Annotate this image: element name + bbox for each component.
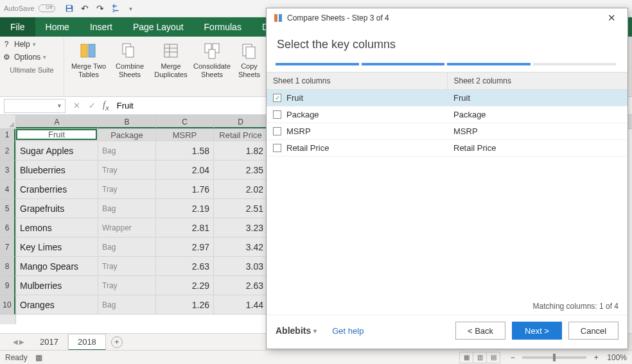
data-cell[interactable]: 2.97	[156, 238, 214, 257]
data-cell[interactable]: 1.76	[156, 180, 214, 199]
row-header[interactable]: 5	[0, 199, 15, 218]
fx-icon[interactable]: fx	[103, 100, 109, 112]
save-icon[interactable]	[62, 1, 77, 16]
row-header[interactable]: 4	[0, 180, 15, 199]
header-cell[interactable]: Fruit	[16, 129, 98, 141]
col-header-c[interactable]: C	[156, 115, 214, 128]
combine-sheets-button[interactable]: Combine Sheets	[109, 39, 150, 80]
data-cell[interactable]: Key Limes	[16, 238, 98, 257]
qat-customize-icon[interactable]: ▾	[123, 1, 139, 16]
data-cell[interactable]: 2.19	[156, 199, 214, 218]
zoom-in-button[interactable]: +	[592, 353, 601, 362]
data-cell[interactable]: Bag	[98, 199, 156, 218]
row-header[interactable]: 8	[0, 257, 15, 276]
zoom-out-button[interactable]: −	[508, 353, 517, 362]
sheet-tab-2017[interactable]: 2017	[31, 334, 68, 349]
data-cell[interactable]: 2.51	[214, 199, 268, 218]
data-cell[interactable]: 1.82	[214, 141, 268, 160]
col-header-a[interactable]: A	[16, 115, 98, 128]
consolidate-sheets-button[interactable]: Consolidate Sheets	[191, 39, 233, 80]
view-page-break-icon[interactable]: ▤	[486, 352, 500, 363]
data-cell[interactable]: Tray	[98, 160, 156, 180]
row-header[interactable]: 3	[0, 160, 15, 180]
sort-icon[interactable]	[108, 1, 123, 16]
chevron-down-icon[interactable]: ▼	[57, 103, 62, 109]
next-button[interactable]: Next >	[512, 322, 562, 340]
data-cell[interactable]: Tray	[98, 257, 156, 276]
data-cell[interactable]: 2.29	[156, 276, 214, 295]
row-header[interactable]: 7	[0, 238, 15, 257]
data-cell[interactable]: 1.44	[214, 295, 268, 315]
data-cell[interactable]: Wrapper	[98, 218, 156, 238]
zoom-level[interactable]: 100%	[607, 353, 627, 362]
data-cell[interactable]: 3.03	[214, 257, 268, 276]
view-normal-icon[interactable]: ▦	[459, 352, 473, 363]
merge-two-tables-button[interactable]: Merge Two Tables	[68, 39, 109, 80]
header-cell[interactable]: Package	[98, 129, 156, 141]
close-icon[interactable]: ✕	[602, 10, 621, 26]
data-cell[interactable]: Sugar Apples	[16, 141, 98, 160]
macro-recorder-icon[interactable]: ▦	[35, 353, 42, 362]
cancel-button[interactable]: Cancel	[568, 322, 619, 340]
key-column-row[interactable]: Retail PriceRetail Price	[267, 140, 628, 157]
col-header-d[interactable]: D	[214, 115, 268, 128]
ribbon-tab-home[interactable]: Home	[35, 17, 80, 37]
key-column-row[interactable]: ✓FruitFruit	[267, 90, 628, 107]
data-cell[interactable]: Oranges	[16, 295, 98, 315]
header-cell[interactable]: MSRP	[156, 129, 214, 141]
view-page-layout-icon[interactable]: ▥	[473, 352, 487, 363]
ribbon-tab-insert[interactable]: Insert	[80, 17, 123, 37]
checkbox[interactable]	[273, 144, 281, 152]
zoom-slider[interactable]	[522, 356, 586, 359]
data-cell[interactable]: 1.58	[156, 141, 214, 160]
header-cell[interactable]: Retail Price	[214, 129, 268, 141]
autosave-toggle[interactable]	[39, 4, 55, 12]
data-cell[interactable]: Bag	[98, 141, 156, 160]
options-button[interactable]: ⚙Options▾	[1, 52, 62, 62]
data-cell[interactable]: 2.35	[214, 160, 268, 180]
data-cell[interactable]: Mulberries	[16, 276, 98, 295]
key-column-row[interactable]: MSRPMSRP	[267, 123, 628, 140]
cancel-formula-icon[interactable]: ✕	[71, 101, 82, 110]
redo-icon[interactable]: ↷	[92, 1, 108, 16]
get-help-link[interactable]: Get help	[332, 326, 364, 336]
data-cell[interactable]: 3.23	[214, 218, 268, 238]
row-header[interactable]: 10	[0, 295, 15, 315]
undo-icon[interactable]: ↶	[77, 1, 92, 16]
ablebits-brand[interactable]: Ablebits▾	[276, 325, 317, 336]
data-cell[interactable]: Grapefruits	[16, 199, 98, 218]
sheet-tab-2018[interactable]: 2018	[68, 334, 106, 350]
data-cell[interactable]: Bag	[98, 295, 156, 315]
add-sheet-button[interactable]: +	[111, 336, 123, 348]
row-header[interactable]: 9	[0, 276, 15, 295]
data-cell[interactable]: 1.26	[156, 295, 214, 315]
ribbon-tab-formulas[interactable]: Formulas	[194, 17, 252, 37]
checkbox[interactable]	[273, 127, 281, 135]
row-header[interactable]: 6	[0, 218, 15, 238]
row-header[interactable]: 2	[0, 141, 15, 160]
data-cell[interactable]: Tray	[98, 180, 156, 199]
copy-sheets-button[interactable]: Copy Sheets	[233, 39, 266, 80]
select-all-corner[interactable]	[0, 115, 16, 129]
name-box[interactable]: ▼	[4, 99, 66, 113]
data-cell[interactable]: Mango Spears	[16, 257, 98, 276]
data-cell[interactable]: Tray	[98, 276, 156, 295]
data-cell[interactable]: 2.81	[156, 218, 214, 238]
data-cell[interactable]: Bag	[98, 238, 156, 257]
data-cell[interactable]: 2.04	[156, 160, 214, 180]
data-cell[interactable]: 2.63	[156, 257, 214, 276]
ribbon-tab-file[interactable]: File	[0, 17, 35, 37]
merge-duplicates-button[interactable]: Merge Duplicates	[150, 39, 191, 80]
data-cell[interactable]: 2.63	[214, 276, 268, 295]
checkbox[interactable]: ✓	[273, 94, 281, 102]
checkbox[interactable]	[273, 110, 281, 119]
enter-formula-icon[interactable]: ✓	[86, 101, 98, 110]
sheet-nav-prev-icon[interactable]: ◀	[13, 338, 18, 345]
key-column-row[interactable]: PackagePackage	[267, 107, 628, 123]
data-cell[interactable]: Cranberries	[16, 180, 98, 199]
data-cell[interactable]: 2.02	[214, 180, 268, 199]
back-button[interactable]: < Back	[455, 322, 505, 340]
data-cell[interactable]: Blueberries	[16, 160, 98, 180]
row-header[interactable]: 1	[0, 129, 15, 141]
data-cell[interactable]: 3.42	[214, 238, 268, 257]
